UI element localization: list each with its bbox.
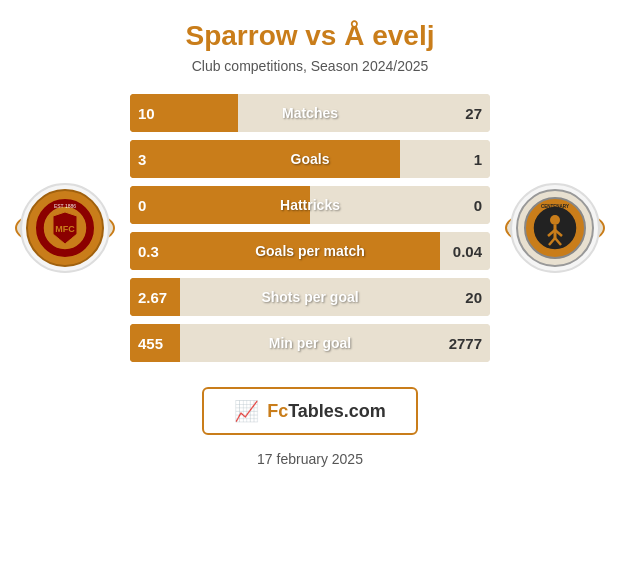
stat-label-0: Matches — [282, 105, 338, 121]
stat-left-val-2: 0 — [130, 186, 180, 224]
svg-text:MFC: MFC — [55, 224, 75, 234]
stat-left-val-3: 0.3 — [130, 232, 180, 270]
match-subtitle: Club competitions, Season 2024/2025 — [192, 58, 429, 74]
svg-text:EST 1886: EST 1886 — [54, 203, 76, 209]
stat-left-val-0: 10 — [130, 94, 180, 132]
stat-label-2: Hattricks — [280, 197, 340, 213]
stat-row-0: 10Matches27 — [130, 94, 490, 132]
svg-text:CENTENARY: CENTENARY — [541, 204, 569, 209]
brand-fc-part: Fc — [267, 401, 288, 421]
stats-section: MFC EST 1886 10Matches273Goals10Hattrick… — [10, 94, 610, 362]
stat-label-3: Goals per match — [255, 243, 365, 259]
stat-label-5: Min per goal — [269, 335, 351, 351]
stat-left-val-1: 3 — [130, 140, 180, 178]
stat-right-val-4: 20 — [440, 278, 490, 316]
match-title: Sparrow vs Å evelj — [185, 20, 434, 52]
stat-right-val-1: 1 — [440, 140, 490, 178]
stat-left-val-4: 2.67 — [130, 278, 180, 316]
stat-row-4: 2.67Shots per goal20 — [130, 278, 490, 316]
stat-right-val-3: 0.04 — [440, 232, 490, 270]
stat-row-1: 3Goals1 — [130, 140, 490, 178]
stat-right-val-0: 27 — [440, 94, 490, 132]
stat-right-val-5: 2777 — [440, 324, 490, 362]
stat-row-3: 0.3Goals per match0.04 — [130, 232, 490, 270]
stat-left-val-5: 455 — [130, 324, 180, 362]
team-right-logo: CENTENARY — [510, 183, 600, 273]
brand-text: FcTables.com — [267, 401, 386, 422]
team-left-logo: MFC EST 1886 — [20, 183, 110, 273]
stat-label-1: Goals — [291, 151, 330, 167]
stat-row-2: 0Hattricks0 — [130, 186, 490, 224]
match-date: 17 february 2025 — [257, 451, 363, 467]
chart-icon: 📈 — [234, 399, 259, 423]
svg-point-8 — [550, 215, 560, 225]
stat-label-4: Shots per goal — [261, 289, 358, 305]
stats-bars-container: 10Matches273Goals10Hattricks00.3Goals pe… — [130, 94, 490, 362]
fctables-badge: 📈 FcTables.com — [202, 387, 418, 435]
stat-row-5: 455Min per goal2777 — [130, 324, 490, 362]
stat-right-val-2: 0 — [440, 186, 490, 224]
